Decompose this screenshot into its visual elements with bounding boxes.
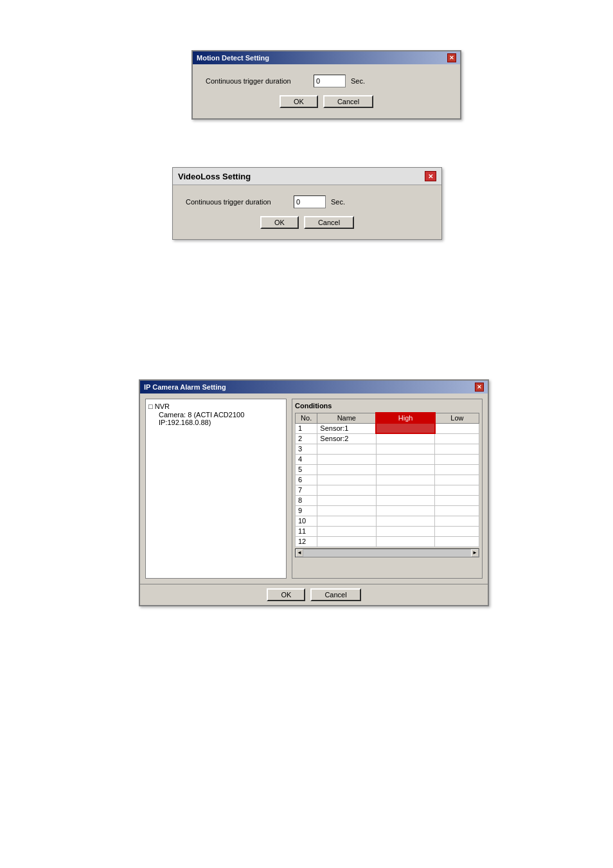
table-row: 12 — [296, 536, 479, 547]
table-row: 5 — [296, 464, 479, 475]
cell-name — [317, 516, 377, 526]
videoloss-title: VideoLoss Setting — [178, 172, 251, 181]
videoloss-titlebar: VideoLoss Setting ✕ — [173, 168, 441, 185]
table-row: 7 — [296, 485, 479, 495]
cell-high[interactable] — [376, 454, 435, 464]
scroll-right-icon: ► — [472, 550, 477, 556]
motion-detect-dialog: Motion Detect Setting ✕ Continuous trigg… — [191, 50, 461, 120]
cell-low — [435, 505, 479, 516]
table-row: 10 — [296, 516, 479, 526]
cell-low — [435, 516, 479, 526]
motion-detect-titlebar: Motion Detect Setting ✕ — [193, 51, 460, 64]
conditions-label: Conditions — [295, 402, 479, 410]
cell-no: 7 — [296, 485, 317, 495]
videoloss-buttons: OK Cancel — [186, 216, 429, 229]
trigger-duration-input[interactable] — [314, 75, 346, 87]
table-row: 11 — [296, 526, 479, 536]
scroll-left-icon: ◄ — [297, 550, 302, 556]
cell-low — [435, 485, 479, 495]
col-name: Name — [317, 413, 377, 423]
close-x-icon: ✕ — [428, 173, 433, 180]
ipcam-cancel-button[interactable]: Cancel — [310, 588, 360, 601]
cell-no: 1 — [296, 423, 317, 433]
cell-no: 4 — [296, 454, 317, 464]
cell-no: 10 — [296, 516, 317, 526]
ipcam-titlebar: IP Camera Alarm Setting ✕ — [140, 381, 488, 393]
ipcam-close-button[interactable]: ✕ — [475, 383, 484, 392]
ipcam-ok-button[interactable]: OK — [267, 588, 305, 601]
cell-low — [435, 495, 479, 505]
cell-no: 2 — [296, 433, 317, 444]
motion-detect-ok-button[interactable]: OK — [280, 95, 318, 108]
motion-detect-cancel-button[interactable]: Cancel — [323, 95, 373, 108]
videoloss-trigger-unit: Sec. — [331, 198, 345, 206]
cell-high[interactable] — [376, 526, 435, 536]
videoloss-close-button[interactable]: ✕ — [425, 171, 436, 181]
videoloss-trigger-label: Continuous trigger duration — [186, 198, 289, 206]
ipcam-body: □ NVR Camera: 8 (ACTI ACD2100 IP:192.168… — [140, 393, 488, 584]
cell-no: 3 — [296, 444, 317, 454]
motion-detect-close-button[interactable]: ✕ — [447, 53, 456, 62]
cell-low — [435, 526, 479, 536]
cell-low — [435, 454, 479, 464]
table-row: 2Sensor:2 — [296, 433, 479, 444]
ipcam-tree-child[interactable]: Camera: 8 (ACTI ACD2100 IP:192.168.0.88) — [148, 411, 283, 426]
ipcam-tree-panel: □ NVR Camera: 8 (ACTI ACD2100 IP:192.168… — [145, 399, 287, 579]
cell-name — [317, 495, 377, 505]
conditions-scrollbar[interactable]: ◄ ► — [295, 548, 479, 557]
cell-high[interactable] — [376, 516, 435, 526]
col-no: No. — [296, 413, 317, 423]
cell-no: 5 — [296, 464, 317, 475]
cell-name — [317, 505, 377, 516]
videoloss-dialog: VideoLoss Setting ✕ Continuous trigger d… — [172, 167, 442, 240]
cell-name: Sensor:1 — [317, 423, 377, 433]
cell-high[interactable] — [376, 433, 435, 444]
table-row: 6 — [296, 475, 479, 485]
videoloss-content: Continuous trigger duration Sec. OK Canc… — [173, 185, 441, 239]
cell-name — [317, 454, 377, 464]
table-row: 3 — [296, 444, 479, 454]
ipcam-alarm-dialog: IP Camera Alarm Setting ✕ □ NVR Camera: … — [139, 379, 489, 606]
cell-high[interactable] — [376, 444, 435, 454]
col-high[interactable]: High — [376, 413, 435, 423]
cell-name — [317, 485, 377, 495]
videoloss-trigger-row: Continuous trigger duration Sec. — [186, 195, 429, 208]
cell-high[interactable] — [376, 475, 435, 485]
cell-low — [435, 433, 479, 444]
cell-no: 8 — [296, 495, 317, 505]
cell-high[interactable] — [376, 505, 435, 516]
ipcam-close-icon: ✕ — [477, 384, 482, 390]
videoloss-trigger-input[interactable] — [294, 195, 326, 208]
trigger-duration-label: Continuous trigger duration — [206, 77, 308, 85]
cell-high[interactable] — [376, 485, 435, 495]
cell-no: 12 — [296, 536, 317, 547]
scroll-left-button[interactable]: ◄ — [296, 549, 303, 557]
table-row: 8 — [296, 495, 479, 505]
motion-detect-buttons: OK Cancel — [206, 95, 447, 108]
ipcam-conditions-panel: Conditions No. Name High Low 1Sensor:12S… — [292, 399, 483, 579]
ipcam-tree-root[interactable]: □ NVR — [148, 402, 283, 411]
cell-name — [317, 526, 377, 536]
cell-low — [435, 536, 479, 547]
cell-high[interactable] — [376, 423, 435, 433]
videoloss-ok-button[interactable]: OK — [260, 216, 299, 229]
motion-detect-title: Motion Detect Setting — [197, 54, 269, 62]
scroll-track — [303, 549, 471, 557]
motion-detect-content: Continuous trigger duration Sec. OK Canc… — [193, 64, 460, 118]
cell-name — [317, 444, 377, 454]
trigger-duration-unit: Sec. — [351, 77, 365, 85]
cell-low — [435, 475, 479, 485]
table-row: 4 — [296, 454, 479, 464]
scroll-right-button[interactable]: ► — [471, 549, 479, 557]
conditions-header-row: No. Name High Low — [296, 413, 479, 423]
ipcam-title: IP Camera Alarm Setting — [144, 383, 226, 391]
videoloss-cancel-button[interactable]: Cancel — [304, 216, 354, 229]
cell-high[interactable] — [376, 495, 435, 505]
cell-no: 6 — [296, 475, 317, 485]
trigger-duration-row: Continuous trigger duration Sec. — [206, 75, 447, 87]
cell-name — [317, 536, 377, 547]
cell-no: 11 — [296, 526, 317, 536]
cell-high[interactable] — [376, 464, 435, 475]
cell-high[interactable] — [376, 536, 435, 547]
cell-low — [435, 423, 479, 433]
